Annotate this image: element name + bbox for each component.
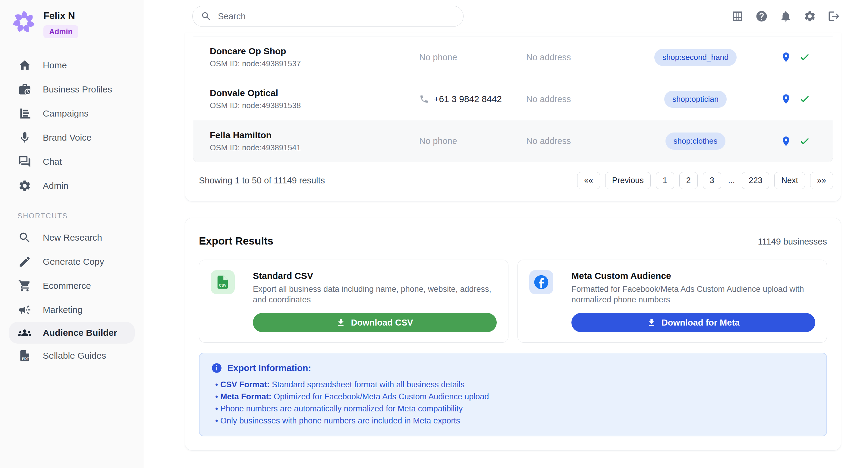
- info-bullet-text: Only businesses with phone numbers are i…: [220, 416, 460, 425]
- sidebar-item-business-profiles[interactable]: Business Profiles: [0, 77, 144, 101]
- search-input[interactable]: [192, 6, 464, 27]
- sidebar-item-label: Campaigns: [43, 108, 89, 119]
- previous-page-button[interactable]: Previous: [605, 172, 651, 189]
- business-name: Fella Hamilton: [210, 130, 401, 140]
- pdf-file-icon: [18, 349, 31, 362]
- help-icon[interactable]: [755, 10, 768, 23]
- address-value: No address: [526, 94, 571, 104]
- pencil-icon: [18, 255, 31, 268]
- results-footer: Showing 1 to 50 of 11149 results «« Prev…: [185, 162, 841, 201]
- gear-icon: [18, 179, 31, 193]
- location-pin-icon[interactable]: [780, 136, 792, 147]
- topbar-icons: [731, 10, 840, 23]
- page-223-button[interactable]: 223: [742, 172, 769, 189]
- address-value: No address: [526, 136, 571, 146]
- meta-card-title: Meta Custom Audience: [571, 270, 815, 281]
- info-bullet-text: Optimized for Facebook/Meta Ads Custom A…: [271, 392, 489, 401]
- download-meta-label: Download for Meta: [661, 318, 740, 328]
- location-pin-icon[interactable]: [780, 93, 792, 105]
- sidebar-item-admin[interactable]: Admin: [0, 174, 144, 198]
- export-information-list: CSV Format: Standard spreadsheet format …: [211, 378, 815, 427]
- export-information-title: Export Information:: [227, 363, 311, 373]
- sidebar-item-new-research[interactable]: New Research: [0, 226, 144, 250]
- page-2-button[interactable]: 2: [679, 172, 698, 189]
- sidebar-item-audience-builder[interactable]: Audience Builder: [9, 322, 135, 344]
- export-results-title: Export Results: [199, 235, 273, 247]
- business-name: Doncare Op Shop: [210, 46, 401, 56]
- grid-apps-icon[interactable]: [731, 10, 744, 23]
- topbar: [144, 0, 868, 33]
- table-row[interactable]: Doncare Op Shop OSM ID: node:493891537 N…: [193, 36, 833, 78]
- facebook-icon: [529, 270, 553, 294]
- meta-card-description: Formatted for Facebook/Meta Ads Custom A…: [571, 284, 815, 305]
- sidebar-item-label: Admin: [43, 181, 68, 191]
- settings-gear-icon[interactable]: [804, 10, 816, 23]
- next-page-button[interactable]: Next: [774, 172, 805, 189]
- sidebar-item-sellable-guides[interactable]: Sellable Guides: [0, 344, 144, 368]
- sidebar-item-ecommerce[interactable]: Ecommerce: [0, 274, 144, 298]
- sidebar-item-label: Chat: [43, 157, 62, 167]
- microphone-icon: [18, 131, 31, 144]
- download-csv-button[interactable]: Download CSV: [253, 313, 497, 332]
- pagination: «« Previous 1 2 3 ... 223 Next »»: [577, 172, 833, 189]
- business-count: 11149 businesses: [758, 237, 827, 247]
- info-icon: [211, 362, 222, 374]
- sidebar-item-generate-copy[interactable]: Generate Copy: [0, 250, 144, 274]
- business-list: Doncare Op Shop OSM ID: node:493891537 N…: [193, 33, 833, 162]
- first-page-button[interactable]: ««: [577, 172, 600, 189]
- download-icon: [647, 318, 656, 327]
- info-bullet: CSV Format: Standard spreadsheet format …: [215, 378, 815, 391]
- sidebar-nav: Home Business Profiles Campaigns Brand V…: [0, 53, 144, 368]
- search-bar: [192, 6, 464, 27]
- search-icon: [201, 11, 212, 22]
- csv-card-description: Export all business data including name,…: [253, 284, 497, 305]
- meta-export-card: Meta Custom Audience Formatted for Faceb…: [518, 260, 827, 343]
- csv-export-card: Standard CSV Export all business data in…: [199, 260, 508, 343]
- category-tag: shop:clothes: [665, 133, 726, 150]
- info-bullet-text: Standard spreadsheet format with all bus…: [270, 380, 465, 389]
- download-for-meta-button[interactable]: Download for Meta: [571, 313, 815, 332]
- phone-value: No phone: [419, 136, 457, 146]
- sidebar-item-chat[interactable]: Chat: [0, 150, 144, 174]
- sidebar-item-marketing[interactable]: Marketing: [0, 298, 144, 322]
- sidebar-item-label: New Research: [43, 233, 102, 243]
- csv-file-icon: [211, 270, 235, 294]
- people-group-icon: [18, 326, 31, 339]
- user-block: Felix N Admin: [0, 0, 144, 38]
- check-icon: [799, 136, 810, 147]
- sidebar-item-campaigns[interactable]: Campaigns: [0, 101, 144, 126]
- notifications-bell-icon[interactable]: [779, 10, 792, 23]
- info-bullet: Meta Format: Optimized for Facebook/Meta…: [215, 391, 815, 403]
- page-3-button[interactable]: 3: [703, 172, 721, 189]
- page-1-button[interactable]: 1: [656, 172, 674, 189]
- csv-card-title: Standard CSV: [253, 270, 497, 281]
- location-pin-icon[interactable]: [780, 52, 792, 63]
- main-content: Doncare Op Shop OSM ID: node:493891537 N…: [144, 0, 868, 468]
- sidebar-item-brand-voice[interactable]: Brand Voice: [0, 126, 144, 150]
- search-icon: [18, 231, 31, 244]
- sidebar-item-label: Sellable Guides: [43, 350, 106, 361]
- export-results-card: Export Results 11149 businesses Standard…: [185, 218, 841, 450]
- sidebar-item-label: Marketing: [43, 305, 83, 315]
- business-osm-id: OSM ID: node:493891538: [210, 101, 401, 110]
- chat-bubbles-icon: [18, 155, 31, 168]
- shopping-cart-icon: [18, 279, 31, 293]
- phone-value: +61 3 9842 8442: [434, 94, 502, 104]
- export-information-box: Export Information: CSV Format: Standard…: [199, 353, 827, 436]
- sidebar-item-label: Generate Copy: [43, 257, 104, 267]
- check-icon: [799, 52, 810, 63]
- sidebar-item-label: Brand Voice: [43, 133, 92, 143]
- info-bullet: Phone numbers are automatically normaliz…: [215, 403, 815, 415]
- table-row[interactable]: Donvale Optical OSM ID: node:493891538 +…: [193, 78, 833, 120]
- logout-icon[interactable]: [828, 10, 840, 23]
- sidebar-item-label: Ecommerce: [43, 281, 91, 291]
- table-row[interactable]: Fella Hamilton OSM ID: node:493891541 No…: [193, 120, 833, 162]
- home-icon: [18, 59, 31, 72]
- business-osm-id: OSM ID: node:493891537: [210, 59, 401, 68]
- sidebar-item-label: Home: [43, 60, 67, 70]
- results-summary: Showing 1 to 50 of 11149 results: [199, 175, 325, 186]
- app-logo-icon: [11, 9, 37, 35]
- last-page-button[interactable]: »»: [810, 172, 833, 189]
- download-csv-label: Download CSV: [351, 318, 413, 328]
- sidebar-item-home[interactable]: Home: [0, 53, 144, 77]
